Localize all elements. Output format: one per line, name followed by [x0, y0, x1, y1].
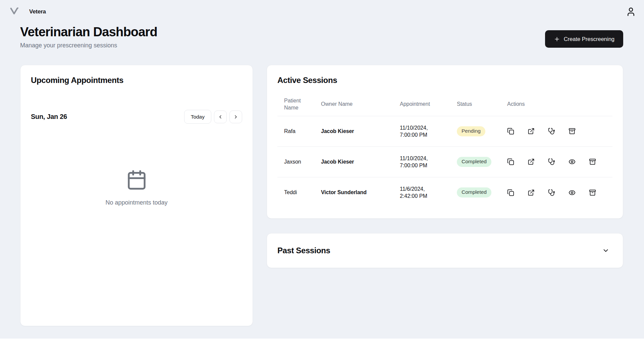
chevron-right-icon [233, 114, 238, 120]
column-header-owner-name: Owner Name [321, 97, 400, 116]
table-header-row: Patient NameOwner NameAppointmentStatusA… [277, 97, 612, 116]
copy-icon [507, 128, 514, 135]
owner-name-cell: Jacob Kieser [321, 116, 400, 146]
stethoscope-icon [548, 128, 555, 135]
owner-name-cell: Victor Sunderland [321, 177, 400, 208]
user-icon [626, 7, 636, 17]
patient-name-cell: Jaxson [277, 146, 321, 177]
actions-cell [507, 116, 612, 146]
appointments-empty-state: No appointments today [31, 169, 242, 206]
active-sessions-title: Active Sessions [277, 76, 612, 85]
eye-action-button[interactable] [569, 189, 576, 196]
stethoscope-action-button[interactable] [548, 189, 555, 196]
column-header-actions: Actions [507, 97, 612, 116]
topbar: Vetera [0, 0, 644, 21]
right-column: Active Sessions Patient NameOwner NameAp… [267, 65, 623, 268]
external-link-action-button[interactable] [528, 158, 535, 165]
owner-name-cell: Jacob Kieser [321, 146, 400, 177]
appointment-cell: 11/10/2024, 7:00:00 PM [400, 116, 457, 146]
archive-icon [569, 128, 576, 135]
create-prescreening-button[interactable]: Create Prescreening [545, 30, 623, 48]
status-badge: Completed [457, 187, 491, 198]
status-badge: Pending [457, 126, 485, 136]
active-sessions-table: Patient NameOwner NameAppointmentStatusA… [277, 97, 612, 208]
appointment-cell: 11/10/2024, 7:00:00 PM [400, 146, 457, 177]
date-controls: Today [184, 110, 242, 124]
external-link-icon [528, 189, 535, 196]
upcoming-appointments-title: Upcoming Appointments [31, 76, 242, 85]
sessions-table-body: Rafa Jacob Kieser 11/10/2024, 7:00:00 PM… [277, 116, 612, 208]
external-link-action-button[interactable] [528, 189, 535, 196]
stethoscope-icon [548, 158, 555, 165]
create-prescreening-label: Create Prescreening [564, 36, 614, 42]
empty-state-text: No appointments today [105, 199, 167, 206]
brand-name: Vetera [29, 8, 46, 15]
eye-action-button[interactable] [569, 158, 576, 165]
appointment-cell: 11/6/2024, 2:42:00 PM [400, 177, 457, 208]
active-sessions-card: Active Sessions Patient NameOwner NameAp… [267, 65, 623, 219]
eye-icon [569, 189, 576, 196]
actions-cell [507, 177, 612, 208]
page-title: Veterinarian Dashboard [20, 25, 157, 39]
calendar-icon [126, 169, 147, 190]
session-table-row: Jaxson Jacob Kieser 11/10/2024, 7:00:00 … [277, 146, 612, 177]
main-content: Upcoming Appointments Sun, Jan 26 Today … [0, 65, 644, 326]
column-header-patient-name: Patient Name [277, 97, 321, 116]
page-subtitle: Manage your prescreening sessions [20, 42, 157, 49]
column-header-status: Status [457, 97, 507, 116]
copy-action-button[interactable] [507, 189, 514, 196]
account-button[interactable] [625, 5, 637, 18]
column-header-appointment: Appointment [400, 97, 457, 116]
status-cell: Completed [457, 177, 507, 208]
external-link-action-button[interactable] [528, 128, 535, 135]
brand: Vetera [9, 7, 46, 17]
archive-action-button[interactable] [589, 158, 596, 165]
date-navigation-row: Sun, Jan 26 Today [31, 110, 242, 124]
eye-icon [569, 158, 576, 165]
session-table-row: Rafa Jacob Kieser 11/10/2024, 7:00:00 PM… [277, 116, 612, 146]
archive-action-button[interactable] [569, 128, 576, 135]
copy-icon [507, 189, 514, 196]
next-day-button[interactable] [229, 111, 242, 123]
stethoscope-action-button[interactable] [548, 158, 555, 165]
archive-icon [589, 158, 596, 165]
patient-name-cell: Teddi [277, 177, 321, 208]
plus-icon [554, 36, 560, 42]
today-button[interactable]: Today [184, 110, 211, 124]
external-link-icon [528, 128, 535, 135]
past-sessions-title: Past Sessions [277, 246, 330, 255]
status-cell: Completed [457, 146, 507, 177]
upcoming-appointments-card: Upcoming Appointments Sun, Jan 26 Today … [20, 65, 253, 326]
previous-day-button[interactable] [214, 111, 227, 123]
vetera-logo-icon [9, 7, 19, 17]
current-date-label: Sun, Jan 26 [31, 113, 67, 121]
session-table-row: Teddi Victor Sunderland 11/6/2024, 2:42:… [277, 177, 612, 208]
page: Vetera Veterinarian Dashboard Manage you… [0, 0, 644, 339]
external-link-icon [528, 158, 535, 165]
archive-icon [589, 189, 596, 196]
status-badge: Completed [457, 157, 491, 167]
stethoscope-action-button[interactable] [548, 128, 555, 135]
patient-name-cell: Rafa [277, 116, 321, 146]
status-cell: Pending [457, 116, 507, 146]
past-sessions-card[interactable]: Past Sessions [267, 233, 623, 268]
stethoscope-icon [548, 189, 555, 196]
chevron-left-icon [218, 114, 223, 120]
copy-icon [507, 158, 514, 165]
chevron-down-icon [602, 247, 609, 254]
page-header: Veterinarian Dashboard Manage your presc… [0, 21, 644, 49]
copy-action-button[interactable] [507, 128, 514, 135]
archive-action-button[interactable] [589, 189, 596, 196]
copy-action-button[interactable] [507, 158, 514, 165]
actions-cell [507, 146, 612, 177]
